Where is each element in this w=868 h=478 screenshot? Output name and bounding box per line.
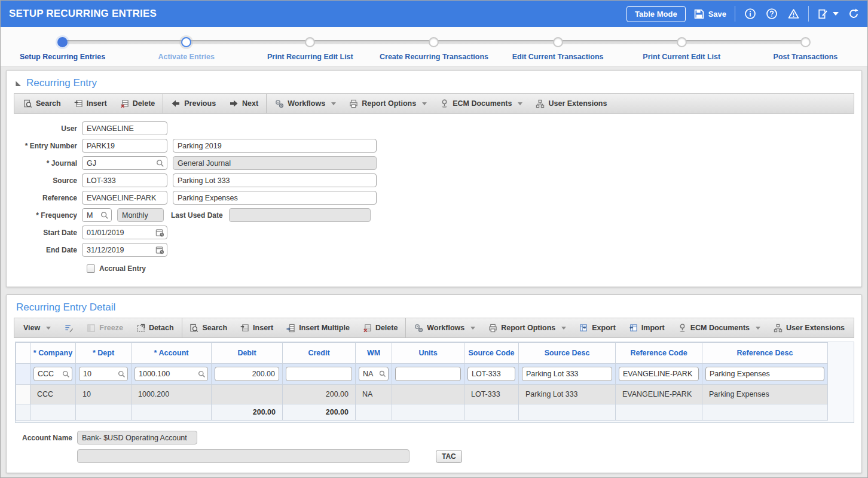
column-header-reference-desc: Reference Desc: [702, 343, 828, 364]
user-extensions-button[interactable]: User Extensions: [529, 94, 613, 113]
detach-button[interactable]: Detach: [130, 318, 181, 337]
table-mode-button[interactable]: Table Mode: [626, 6, 686, 22]
stepper-step-activate-entries[interactable]: Activate Entries: [124, 27, 248, 66]
table-row-editing[interactable]: [16, 364, 828, 385]
stepper-step-print-current-edit-list[interactable]: Print Current Edit List: [620, 27, 744, 66]
column-header-wm: WM: [356, 343, 392, 364]
credit-field[interactable]: [286, 367, 352, 381]
user-extensions-button[interactable]: User Extensions: [767, 318, 851, 337]
source-field[interactable]: [82, 173, 167, 187]
end-date-field[interactable]: [82, 243, 167, 257]
divider: [266, 94, 267, 114]
workflows-gears-icon: [414, 323, 423, 333]
accrual-entry-checkbox[interactable]: [87, 264, 95, 273]
row-selector[interactable]: [16, 364, 30, 385]
next-button[interactable]: Next: [222, 94, 265, 113]
detail-grid-container: * Company * Dept * Account Debit Credit …: [15, 342, 854, 423]
filter-button[interactable]: [57, 318, 80, 337]
reference-code-field[interactable]: [619, 367, 699, 381]
entry-description-field[interactable]: [173, 139, 377, 153]
stepper-step-create-recurring-transactions[interactable]: Create Recurring Transactions: [372, 27, 496, 66]
help-button[interactable]: [765, 7, 778, 20]
export-icon: [579, 324, 588, 333]
table-row[interactable]: CCC 10 1000.200 200.00 NA LOT-333 Parkin…: [16, 385, 828, 404]
source-desc-field[interactable]: [522, 367, 612, 381]
column-header-debit: Debit: [212, 343, 283, 364]
divider: [735, 6, 735, 22]
reference-field[interactable]: [82, 191, 167, 205]
start-date-field[interactable]: [82, 226, 167, 239]
account-field[interactable]: [135, 367, 208, 381]
lookup-icon[interactable]: [100, 211, 109, 220]
ecm-documents-button[interactable]: ECM Documents: [433, 94, 529, 113]
units-field[interactable]: [395, 367, 461, 381]
freeze-icon: [87, 324, 96, 333]
chevron-down-icon: [561, 327, 566, 330]
alerts-button[interactable]: [787, 7, 800, 20]
ecm-pin-icon: [440, 99, 449, 108]
account-name-label: Account Name: [7, 434, 77, 442]
report-options-button[interactable]: Report Options: [482, 318, 573, 337]
reference-description-field[interactable]: [173, 191, 377, 205]
reference-label: Reference: [7, 194, 82, 202]
lookup-icon[interactable]: [156, 159, 164, 168]
printer-icon: [488, 324, 497, 333]
reference-desc-field[interactable]: [705, 367, 824, 381]
stepper-step-edit-current-transactions[interactable]: Edit Current Transactions: [496, 27, 620, 66]
insert-button[interactable]: Insert: [234, 318, 280, 337]
search-button[interactable]: Search: [183, 318, 234, 337]
stepper-step-print-recurring-edit-list[interactable]: Print Recurring Edit List: [248, 27, 372, 66]
journal-field[interactable]: [82, 156, 167, 170]
lookup-icon[interactable]: [379, 370, 386, 377]
cell-company: CCC: [30, 385, 76, 404]
row-selector[interactable]: [16, 385, 30, 404]
view-menu-button[interactable]: View: [17, 318, 57, 337]
date-picker-icon[interactable]: [155, 228, 164, 237]
delete-button[interactable]: Delete: [114, 94, 162, 113]
search-button[interactable]: Search: [17, 94, 68, 113]
previous-button[interactable]: Previous: [164, 94, 222, 113]
chevron-down-icon: [833, 12, 839, 16]
export-button[interactable]: Export: [573, 318, 622, 337]
date-picker-icon[interactable]: [155, 245, 164, 254]
insert-button[interactable]: Insert: [68, 94, 114, 113]
org-chart-icon: [774, 324, 783, 333]
insert-multiple-button[interactable]: Insert Multiple: [280, 318, 356, 337]
source-description-field[interactable]: [173, 173, 377, 187]
insert-multiple-icon: [286, 324, 295, 333]
chevron-down-icon: [470, 327, 475, 330]
refresh-button[interactable]: [847, 7, 860, 20]
detail-table: * Company * Dept * Account Debit Credit …: [16, 342, 828, 421]
save-button[interactable]: Save: [694, 9, 726, 19]
lookup-icon[interactable]: [62, 370, 70, 378]
stepper-step-post-transactions[interactable]: Post Transactions: [744, 27, 867, 66]
column-header-credit: Credit: [283, 343, 356, 364]
report-options-button[interactable]: Report Options: [343, 94, 433, 113]
debit-field[interactable]: [215, 367, 279, 381]
ecm-documents-button[interactable]: ECM Documents: [671, 318, 767, 337]
recurring-entry-detail-panel: Recurring Entry Detail View Freeze Detac…: [6, 294, 862, 473]
import-button[interactable]: Import: [622, 318, 671, 337]
column-header-source-desc: Source Desc: [519, 343, 616, 364]
user-field[interactable]: [82, 121, 167, 135]
collapse-triangle-icon[interactable]: [15, 80, 22, 87]
edit-menu-button[interactable]: [817, 8, 839, 20]
step-circle: [181, 37, 191, 47]
section-title: Recurring Entry Detail: [16, 302, 115, 313]
lookup-icon[interactable]: [198, 370, 206, 378]
delete-button[interactable]: Delete: [356, 318, 405, 337]
stepper-step-setup-recurring-entries[interactable]: Setup Recurring Entries: [1, 27, 124, 66]
tac-button[interactable]: TAC: [436, 450, 462, 463]
filter-icon: [64, 324, 74, 333]
workflows-button[interactable]: Workflows: [407, 318, 482, 337]
entry-number-field[interactable]: [82, 139, 167, 153]
lookup-icon[interactable]: [118, 370, 126, 378]
search-icon: [190, 324, 198, 333]
info-button[interactable]: [744, 7, 757, 20]
cell-dept: 10: [76, 385, 132, 404]
source-code-field[interactable]: [467, 367, 515, 381]
workflows-button[interactable]: Workflows: [268, 94, 343, 113]
column-header-source-code: Source Code: [464, 343, 519, 364]
delete-icon: [363, 324, 372, 333]
warning-icon: [787, 8, 800, 20]
